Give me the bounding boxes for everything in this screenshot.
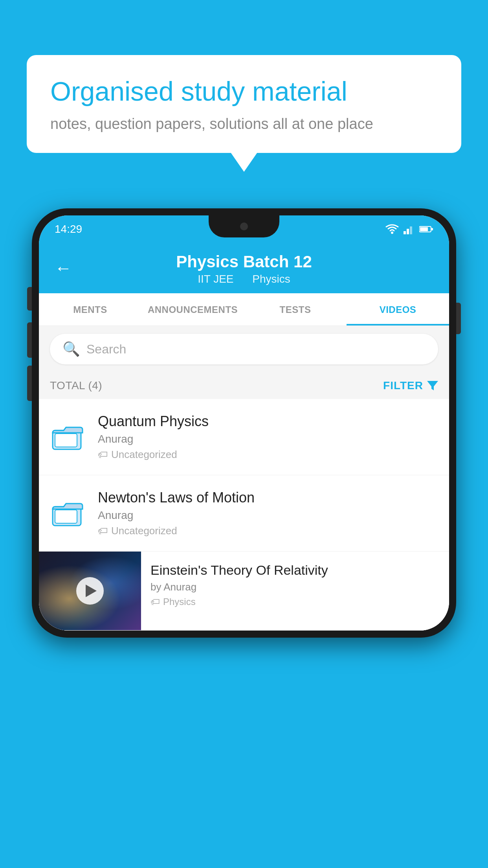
status-icons	[385, 224, 433, 234]
tabs-container: MENTS ANNOUNCEMENTS TESTS VIDEOS	[39, 293, 449, 326]
item-icon-folder	[50, 496, 85, 531]
signal-icon	[404, 224, 415, 234]
status-bar: 14:29	[39, 215, 449, 243]
search-placeholder: Search	[86, 342, 126, 357]
tag-icon: 🏷	[98, 525, 108, 537]
wifi-icon	[385, 224, 399, 234]
tag-icon: 🏷	[98, 449, 108, 461]
search-bar[interactable]: 🔍 Search	[50, 334, 438, 364]
svg-rect-11	[55, 510, 77, 523]
list-item[interactable]: Quantum Physics Anurag 🏷 Uncategorized	[39, 399, 449, 475]
folder-icon	[52, 498, 83, 529]
status-time: 14:29	[55, 223, 82, 235]
item-title: Newton's Laws of Motion	[98, 489, 438, 506]
svg-rect-5	[420, 227, 428, 231]
phone-volume-down-button	[27, 366, 32, 401]
item-tag: 🏷 Uncategorized	[98, 525, 438, 537]
item-author: Anurag	[98, 509, 438, 522]
filter-button[interactable]: FILTER	[383, 379, 438, 392]
tab-ments[interactable]: MENTS	[39, 293, 141, 326]
list-item-video[interactable]: Einstein's Theory Of Relativity by Anura…	[39, 552, 449, 631]
item-tag: 🏷 Uncategorized	[98, 449, 438, 461]
svg-point-0	[391, 232, 393, 234]
header-tag2: Physics	[252, 273, 290, 285]
svg-rect-3	[410, 226, 412, 234]
phone-power-button	[456, 303, 461, 334]
item-content: Newton's Laws of Motion Anurag 🏷 Uncateg…	[98, 489, 438, 537]
video-title: Einstein's Theory Of Relativity	[150, 563, 440, 578]
play-button[interactable]	[76, 577, 104, 605]
video-tag: 🏷 Physics	[150, 596, 440, 607]
bubble-subtitle: notes, question papers, solutions all at…	[50, 116, 438, 132]
speech-bubble: Organised study material notes, question…	[27, 55, 461, 153]
search-icon: 🔍	[62, 341, 80, 357]
video-list: Quantum Physics Anurag 🏷 Uncategorized	[39, 399, 449, 631]
svg-rect-1	[404, 231, 406, 234]
tab-videos[interactable]: VIDEOS	[347, 293, 449, 326]
item-title: Quantum Physics	[98, 413, 438, 430]
video-thumbnail	[39, 552, 141, 630]
header-subtitle: IIT JEE Physics	[55, 273, 433, 285]
app-header: ← Physics Batch 12 IIT JEE Physics	[39, 243, 449, 293]
camera-dot	[240, 223, 248, 230]
phone-screen: 14:29	[39, 215, 449, 631]
svg-rect-6	[431, 228, 433, 230]
list-item[interactable]: Newton's Laws of Motion Anurag 🏷 Uncateg…	[39, 475, 449, 552]
filter-bar: TOTAL (4) FILTER	[39, 372, 449, 399]
video-author: by Anurag	[150, 581, 440, 593]
play-icon	[86, 585, 97, 597]
phone-notch	[209, 215, 279, 237]
tab-tests[interactable]: TESTS	[244, 293, 347, 326]
svg-marker-7	[427, 381, 438, 390]
video-content: Einstein's Theory Of Relativity by Anura…	[141, 552, 449, 618]
speech-bubble-container: Organised study material notes, question…	[27, 55, 461, 153]
item-icon-folder	[50, 419, 85, 455]
battery-icon	[419, 225, 433, 233]
tag-icon: 🏷	[150, 596, 160, 607]
header-title: Physics Batch 12	[55, 252, 433, 271]
total-count: TOTAL (4)	[50, 379, 102, 392]
phone-wrapper: 14:29	[32, 208, 456, 638]
back-button[interactable]: ←	[55, 258, 72, 278]
phone-mute-button	[27, 287, 32, 311]
svg-rect-2	[407, 229, 409, 234]
filter-icon	[427, 381, 438, 390]
phone-outer: 14:29	[32, 208, 456, 638]
svg-rect-9	[55, 434, 77, 447]
folder-icon	[52, 421, 83, 453]
header-tag1: IIT JEE	[198, 273, 233, 285]
phone-volume-up-button	[27, 322, 32, 358]
bubble-title: Organised study material	[50, 75, 438, 108]
item-author: Anurag	[98, 433, 438, 445]
item-content: Quantum Physics Anurag 🏷 Uncategorized	[98, 413, 438, 461]
tab-announcements[interactable]: ANNOUNCEMENTS	[141, 293, 244, 326]
search-container: 🔍 Search	[39, 326, 449, 372]
